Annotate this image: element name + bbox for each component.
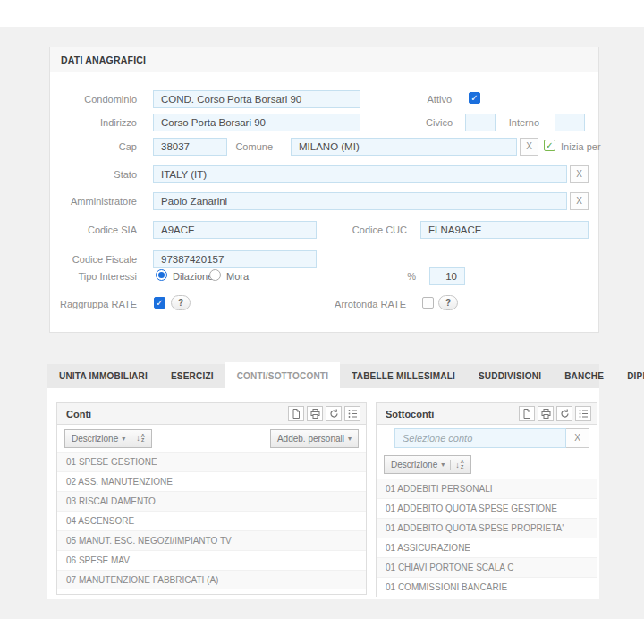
sort-button-label: Descrizione <box>391 460 437 470</box>
refresh-icon <box>560 409 570 419</box>
tab-banche[interactable]: BANCHE <box>553 364 615 388</box>
amministratore-clear-button[interactable]: X <box>570 192 589 210</box>
printer-icon <box>541 409 551 419</box>
interno-field[interactable] <box>555 114 585 131</box>
sottoconti-filter-row: X <box>377 425 597 450</box>
caret-down-icon: ▾ <box>348 435 352 443</box>
conti-print-button[interactable] <box>307 406 323 421</box>
conti-panel: Conti Descrizione ▾ ↓ AZ Addeb. personal… <box>56 402 367 595</box>
sottoconti-refresh-button[interactable] <box>556 406 572 421</box>
file-icon <box>522 409 531 419</box>
arrotonda-rate-checkbox[interactable] <box>422 297 434 309</box>
codice-fiscale-field[interactable] <box>153 250 317 268</box>
tab-suddivisioni[interactable]: SUDDIVISIONI <box>467 364 553 388</box>
conti-row[interactable]: 05 MANUT. ESC. NEGOZI/IMPIANTO TV <box>57 530 366 550</box>
sort-button-label: Descrizione <box>72 434 118 444</box>
raggruppa-rate-checkbox[interactable]: ✓ <box>154 297 165 309</box>
interno-label: Interno <box>457 117 539 128</box>
arrotonda-rate-label: Arrotonda RATE <box>324 299 406 309</box>
conti-sort-button[interactable]: Descrizione ▾ ↓ AZ <box>64 429 152 448</box>
sottoconti-row[interactable]: 01 ADDEBITI PERSONALI <box>377 479 597 498</box>
inizia-per-checkbox[interactable]: ✓ <box>544 140 555 151</box>
attivo-label: Attivo <box>369 94 452 105</box>
tab-bar: UNITA IMMOBILIARI ESERCIZI CONTI/SOTTOCO… <box>47 364 599 388</box>
tab-unita-immobiliari[interactable]: UNITA IMMOBILIARI <box>47 364 159 388</box>
conti-row[interactable]: 06 SPESE MAV <box>57 550 366 570</box>
caret-down-icon: ▾ <box>122 435 125 443</box>
conti-row[interactable]: 07 MANUTENZIONE FABBRICATI (A) <box>57 570 366 589</box>
civico-label: Civico <box>370 117 453 128</box>
conti-toolbar: Descrizione ▾ ↓ AZ Addeb. personali ▾ <box>57 425 366 452</box>
codice-sia-label: Codice SIA <box>55 225 137 235</box>
amministratore-label: Amministratore <box>55 196 137 207</box>
indirizzo-field[interactable] <box>153 114 360 131</box>
stato-field[interactable] <box>153 165 567 183</box>
conti-refresh-button[interactable] <box>326 406 342 421</box>
sottoconti-list-button[interactable] <box>575 406 591 421</box>
conti-row[interactable]: 02 ASS. MANUTENZIONE <box>57 471 366 491</box>
tipo-interessi-label: Tipo Interessi <box>55 271 137 282</box>
printer-icon <box>310 409 320 419</box>
selezione-conto-input[interactable] <box>394 428 566 448</box>
indirizzo-label: Indirizzo <box>55 117 137 128</box>
sottoconti-sort-button[interactable]: Descrizione ▾ ↓ AZ <box>384 455 471 474</box>
comune-label: Comune <box>191 141 273 152</box>
conti-export-button[interactable] <box>288 406 304 421</box>
addeb-personali-button[interactable]: Addeb. personali ▾ <box>270 429 359 448</box>
comune-clear-button[interactable]: X <box>520 138 538 156</box>
inizia-per-label: Inizia per <box>561 141 601 152</box>
sottoconti-title: Sottoconti <box>386 409 516 419</box>
caret-down-icon: ▾ <box>441 461 445 469</box>
conti-list-button[interactable] <box>344 406 360 421</box>
sottoconti-toolbar: Descrizione ▾ ↓ AZ <box>377 450 597 479</box>
codice-sia-field[interactable] <box>153 221 317 239</box>
conti-row[interactable]: 01 SPESE GESTIONE <box>57 452 366 471</box>
sottoconti-print-button[interactable] <box>538 406 554 421</box>
amministratore-field[interactable] <box>153 192 567 210</box>
sottoconti-export-button[interactable] <box>519 406 535 421</box>
list-icon <box>348 409 358 419</box>
conti-title: Conti <box>66 409 285 419</box>
codice-fiscale-label: Codice Fiscale <box>55 254 137 265</box>
percent-label: % <box>334 271 416 282</box>
stato-label: Stato <box>55 169 137 180</box>
attivo-checkbox[interactable]: ✓ <box>469 92 480 104</box>
file-icon <box>292 409 301 419</box>
sort-az-icon: ↓ AZ <box>131 434 144 444</box>
panel-title: DATI ANAGRAFICI <box>50 47 598 72</box>
cap-label: Cap <box>55 141 137 152</box>
condominio-label: Condominio <box>55 94 137 105</box>
sottoconti-row[interactable]: 01 ASSICURAZIONE <box>377 538 597 557</box>
tab-conti-sottoconti[interactable]: CONTI/SOTTOCONTI <box>225 362 340 391</box>
condominio-field[interactable] <box>153 90 360 108</box>
tab-esercizi[interactable]: ESERCIZI <box>159 364 225 388</box>
arrotonda-rate-help-button[interactable]: ? <box>438 295 458 310</box>
conti-header: Conti <box>57 403 366 425</box>
addeb-personali-label: Addeb. personali <box>277 434 344 444</box>
sottoconti-row[interactable]: 01 COMMISSIONI BANCARIE <box>377 577 597 597</box>
list-icon <box>579 409 589 419</box>
tab-tabelle-millesimali[interactable]: TABELLE MILLESIMALI <box>340 364 467 388</box>
comune-field[interactable] <box>291 138 517 156</box>
dilazione-radio[interactable] <box>156 269 167 281</box>
sottoconti-row[interactable]: 01 ADDEBITO QUOTA SPESE PROPRIETA' <box>377 518 597 538</box>
sottoconti-row[interactable]: 01 ADDEBITO QUOTA SPESE GESTIONE <box>377 498 597 518</box>
raggruppa-rate-help-button[interactable]: ? <box>171 295 191 310</box>
sottoconti-row[interactable]: 01 CHIAVI PORTONE SCALA C <box>377 557 597 577</box>
dilazione-label: Dilazione <box>173 271 213 282</box>
selezione-conto-clear-button[interactable]: X <box>566 428 589 448</box>
dati-anagrafici-panel: DATI ANAGRAFICI Condominio Attivo ✓ Indi… <box>49 47 599 333</box>
sort-az-icon: ↓ AZ <box>450 460 463 470</box>
mora-radio[interactable] <box>209 269 221 281</box>
tab-dipendenti[interactable]: DIPENDENTI <box>615 364 644 388</box>
codice-cuc-field[interactable] <box>420 221 589 239</box>
codice-cuc-label: Codice CUC <box>325 225 407 235</box>
conti-row[interactable]: 04 ASCENSORE <box>57 511 366 530</box>
sottoconti-header: Sottoconti <box>377 403 597 425</box>
refresh-icon <box>329 409 339 419</box>
percent-field[interactable] <box>429 267 465 285</box>
stato-clear-button[interactable]: X <box>570 165 589 183</box>
mora-label: Mora <box>226 271 249 282</box>
conti-row[interactable]: 03 RISCALDAMENTO <box>57 491 366 511</box>
raggruppa-rate-label: Raggruppa RATE <box>55 299 137 309</box>
